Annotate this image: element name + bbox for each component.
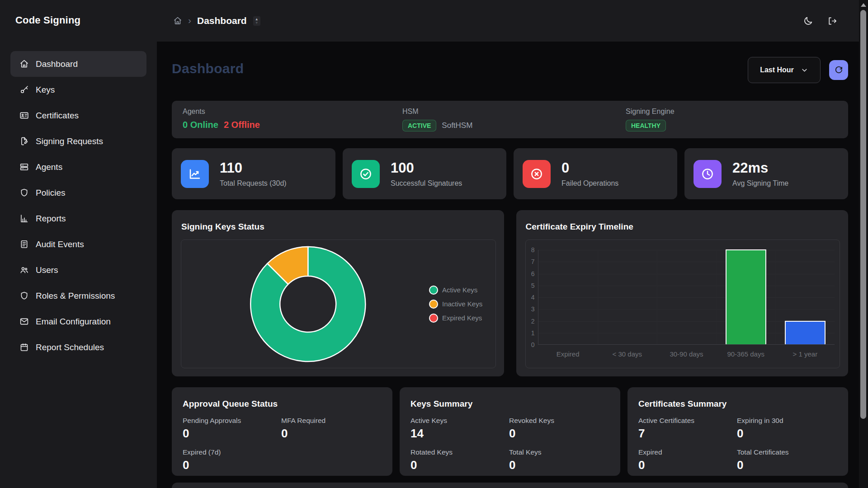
x-circle-icon xyxy=(523,160,551,188)
page-controls: Last Hour xyxy=(748,57,848,83)
sidebar-item-label: Certificates xyxy=(36,111,79,121)
stat-value: 22ms xyxy=(732,160,788,176)
home-icon[interactable] xyxy=(173,16,182,25)
server-icon xyxy=(19,162,29,172)
metric-active-certificates: Active Certificates 7 xyxy=(638,417,737,441)
sidebar-item-users[interactable]: Users xyxy=(10,257,146,283)
gridline xyxy=(538,262,835,262)
hsm-label: HSM xyxy=(402,108,472,116)
gridline xyxy=(538,309,835,310)
sidebar-item-certificates[interactable]: Certificates xyxy=(10,103,146,128)
metric-value: 0 xyxy=(183,427,281,441)
gridline xyxy=(538,250,835,250)
signing-engine-label: Signing Engine xyxy=(626,108,675,116)
sidebar-item-reports[interactable]: Reports xyxy=(10,206,146,231)
sidebar-item-agents[interactable]: Agents xyxy=(10,154,146,180)
metric-total-keys: Total Keys 0 xyxy=(509,448,609,472)
metric-value: 0 xyxy=(737,427,837,441)
scrollbar-track[interactable] xyxy=(859,0,868,488)
home-icon xyxy=(19,59,29,69)
agents-status: Agents 0 Online 2 Offline xyxy=(183,108,260,130)
clock-icon xyxy=(693,160,722,188)
sidebar-item-audit-events[interactable]: Audit Events xyxy=(10,231,146,257)
sidebar-item-label: Email Configuration xyxy=(36,317,111,327)
sidebar-item-signing-requests[interactable]: Signing Requests xyxy=(10,128,146,154)
metric-value: 0 xyxy=(281,427,382,441)
sidebar-item-email-configuration[interactable]: Email Configuration xyxy=(10,309,146,334)
sidebar-item-report-schedules[interactable]: Report Schedules xyxy=(10,334,146,360)
legend-dot-icon xyxy=(429,314,438,323)
charts-row: Signing Keys Status Active Keys Inactive… xyxy=(172,210,848,376)
y-axis-tick: 8 xyxy=(527,246,535,253)
category-divider xyxy=(716,250,717,344)
sort-arrows-icon[interactable]: ▲▼ xyxy=(253,16,260,26)
main-area: › Dashboard ▲▼ Dashboard xyxy=(157,0,868,488)
calendar-icon xyxy=(19,343,29,352)
signing-keys-status-card: Signing Keys Status Active Keys Inactive… xyxy=(172,210,504,376)
sidebar-item-policies[interactable]: Policies xyxy=(10,180,146,206)
theme-toggle-button[interactable] xyxy=(803,16,813,26)
scrollbar-up-arrow-icon[interactable] xyxy=(861,3,866,7)
metric-mfa-required: MFA Required 0 xyxy=(281,417,382,441)
chart-bar-icon xyxy=(19,214,29,223)
y-axis-tick: 1 xyxy=(527,329,535,337)
page-content: Dashboard Last Hour xyxy=(157,42,868,488)
stat-value: 100 xyxy=(391,160,462,176)
status-bar: Agents 0 Online 2 Offline HSM ACTIVE Sof… xyxy=(172,101,848,138)
metric-active-keys: Active Keys 14 xyxy=(410,417,509,441)
metric-total-certificates: Total Certificates 0 xyxy=(737,448,837,472)
topbar-actions xyxy=(803,16,837,26)
bar-chart: 012345678Expired< 30 days30-90 days90-36… xyxy=(525,239,840,368)
chart-line-icon xyxy=(181,160,209,188)
metric-value: 0 xyxy=(638,458,737,472)
category-divider xyxy=(598,250,598,344)
legend-label: Expired Keys xyxy=(442,314,482,322)
metric-label: Total Certificates xyxy=(737,448,837,456)
page-head: Dashboard Last Hour xyxy=(172,57,848,85)
agents-label: Agents xyxy=(183,108,260,116)
sidebar-item-label: Roles & Permissions xyxy=(36,291,115,301)
metric-label: Expiring in 30d xyxy=(737,417,837,425)
sidebar-item-label: Reports xyxy=(36,214,66,224)
hsm-status: HSM ACTIVE SoftHSM xyxy=(402,108,472,131)
sidebar-item-dashboard[interactable]: Dashboard xyxy=(10,51,146,77)
metric-value: 0 xyxy=(509,427,609,441)
y-axis-tick: 2 xyxy=(527,318,535,325)
legend-item-active-keys[interactable]: Active Keys xyxy=(429,286,482,295)
logout-button[interactable] xyxy=(827,16,837,26)
sidebar-item-label: Keys xyxy=(36,85,55,95)
file-pen-icon xyxy=(19,136,29,146)
y-axis-tick: 6 xyxy=(527,270,535,277)
metric-label: Total Keys xyxy=(509,448,609,456)
legend-item-inactive-keys[interactable]: Inactive Keys xyxy=(429,300,482,309)
metric-label: Revoked Keys xyxy=(509,417,609,425)
sidebar-nav: Dashboard Keys Certificates Signing Requ… xyxy=(10,51,146,360)
legend-item-expired-keys[interactable]: Expired Keys xyxy=(429,314,482,323)
breadcrumb: › Dashboard ▲▼ xyxy=(173,15,260,26)
scrollbar-thumb[interactable] xyxy=(860,10,866,419)
hsm-active-badge: ACTIVE xyxy=(402,120,436,131)
signing-engine-status: Signing Engine HEALTHY xyxy=(626,108,675,131)
sidebar-item-roles-permissions[interactable]: Roles & Permissions xyxy=(10,283,146,309)
gridline xyxy=(538,297,835,298)
metric-rotated-keys: Rotated Keys 0 xyxy=(410,448,509,472)
legend-label: Active Keys xyxy=(442,286,477,294)
app-title: Code Signing xyxy=(10,0,146,26)
users-icon xyxy=(19,265,29,275)
sidebar-item-keys[interactable]: Keys xyxy=(10,77,146,103)
summary-card-certificates-summary: Certificates Summary Active Certificates… xyxy=(627,387,848,476)
check-circle-icon xyxy=(352,160,380,188)
metric-value: 7 xyxy=(638,427,737,441)
legend-dot-icon xyxy=(429,300,438,309)
sidebar-item-label: Audit Events xyxy=(36,239,84,249)
metric-expired: Expired 0 xyxy=(638,448,737,472)
refresh-button[interactable] xyxy=(829,60,848,80)
metric-value: 0 xyxy=(509,458,609,472)
summary-card-title: Keys Summary xyxy=(410,399,609,409)
next-section-card xyxy=(172,483,848,488)
y-axis-tick: 3 xyxy=(527,305,535,313)
stat-label: Avg Signing Time xyxy=(732,179,788,188)
time-range-select[interactable]: Last Hour xyxy=(748,57,821,83)
time-range-value: Last Hour xyxy=(760,66,794,74)
hsm-provider: SoftHSM xyxy=(442,121,472,130)
